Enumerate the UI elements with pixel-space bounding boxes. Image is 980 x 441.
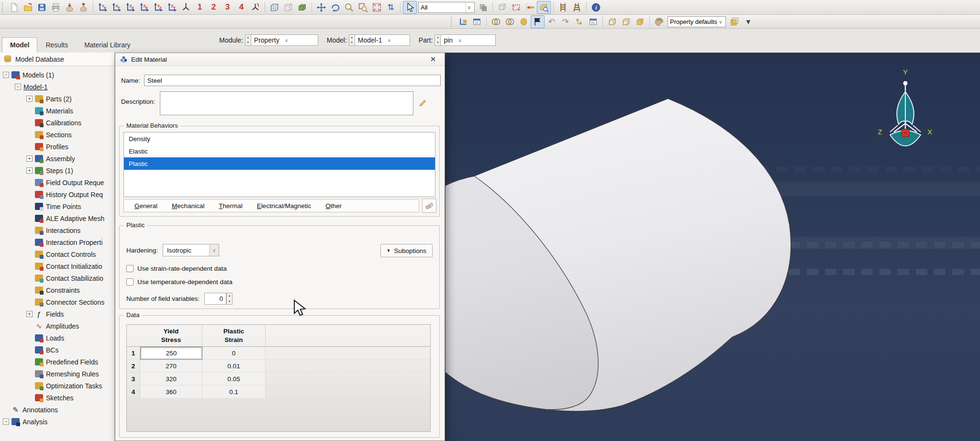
table-cell[interactable]: 0.01: [202, 360, 266, 373]
tree-item-optimization-tasks[interactable]: Optimization Tasks: [0, 380, 114, 392]
right-view-icon[interactable]: ZY: [165, 1, 179, 14]
new-model-icon[interactable]: [7, 1, 21, 14]
rotate-tool-icon[interactable]: [328, 1, 342, 14]
auto-fit-icon[interactable]: [370, 1, 384, 14]
behavior-item-elastic[interactable]: Elastic: [124, 145, 435, 157]
tree-item-time-points[interactable]: Time Points: [0, 200, 114, 212]
model-database-header[interactable]: Model Database: [0, 53, 114, 66]
suboptions-button[interactable]: ▼ Suboptions: [380, 244, 433, 257]
pan-view-icon[interactable]: [314, 1, 328, 14]
table-cell[interactable]: 250: [140, 347, 202, 360]
magnify-icon[interactable]: [342, 1, 356, 14]
expand-icon[interactable]: +: [26, 167, 33, 174]
part-combo[interactable]: ▲▼ pin∨: [434, 34, 496, 46]
wire-box-icon[interactable]: [605, 15, 619, 28]
color-options-caret[interactable]: ▾: [741, 15, 755, 28]
color-palette-icon[interactable]: [652, 15, 666, 28]
chevron-down-icon[interactable]: ∨: [456, 35, 464, 45]
model-combo[interactable]: ▲▼ Model-1∨: [349, 34, 410, 46]
behavior-menu-electrical-magnetic[interactable]: Electrical/Magnetic: [257, 202, 311, 209]
shaded-box-icon[interactable]: [633, 15, 647, 28]
bottom-view-icon[interactable]: ZX: [137, 1, 151, 14]
vertex-tool-icon[interactable]: [572, 15, 586, 28]
expand-icon[interactable]: +: [26, 96, 33, 102]
redo-icon[interactable]: ↷: [558, 15, 572, 28]
selection-filter-select[interactable]: All∨: [418, 2, 475, 13]
behavior-menu-general[interactable]: General: [134, 202, 157, 209]
field-variables-input[interactable]: 0: [204, 293, 226, 305]
tree-item-annotations[interactable]: ✎Annotations: [0, 404, 114, 416]
tree-item-loads[interactable]: Loads: [0, 332, 114, 344]
intersect-rings-icon[interactable]: [503, 15, 517, 28]
name-input[interactable]: Steel: [144, 75, 441, 86]
flag-tool-icon[interactable]: [531, 15, 545, 28]
cycle-views-icon[interactable]: ⇅: [384, 1, 398, 14]
toolbar-handle[interactable]: [451, 16, 454, 27]
chevron-down-icon[interactable]: ∨: [385, 35, 393, 45]
save-icon[interactable]: [35, 1, 49, 14]
material-behaviors-list[interactable]: DensityElasticPlastic: [123, 132, 435, 197]
saved-view-4-icon[interactable]: 4: [234, 1, 248, 14]
behavior-item-density[interactable]: Density: [124, 132, 435, 145]
tree-item-remeshing-rules[interactable]: Remeshing Rules: [0, 368, 114, 380]
table-cell[interactable]: 270: [140, 360, 202, 373]
strain-rate-checkbox[interactable]: [126, 265, 134, 272]
edit-description-pencil-icon[interactable]: [418, 98, 428, 109]
chevron-down-icon[interactable]: ∨: [282, 35, 291, 45]
tree-item-ale-adaptive-mesh[interactable]: ALE Adaptive Mesh: [0, 212, 114, 224]
tree-item-interaction-properti[interactable]: Interaction Properti: [0, 236, 114, 248]
top-view-icon[interactable]: ZX: [123, 1, 137, 14]
saved-view-2-icon[interactable]: 2: [207, 1, 221, 14]
front-view-icon[interactable]: YX: [96, 1, 110, 14]
table-cell[interactable]: 0.1: [202, 386, 266, 398]
chevron-down-icon[interactable]: ∨: [466, 2, 472, 12]
tree-item-steps-1-[interactable]: +Steps (1): [0, 165, 114, 176]
tree-item-contact-stabilizatio[interactable]: Contact Stabilizatio: [0, 272, 114, 284]
module-combo[interactable]: ▲▼ Property∨: [245, 34, 318, 46]
tree-item-fields[interactable]: +ƒFields: [0, 308, 114, 320]
collapse-icon[interactable]: −: [3, 419, 9, 425]
manager-window-icon[interactable]: [470, 15, 484, 28]
tree-item-assembly[interactable]: +Assembly: [0, 153, 114, 165]
hardening-select[interactable]: Isotropic ∨: [163, 244, 219, 256]
saved-view-3-icon[interactable]: 3: [221, 1, 234, 14]
help-info-icon[interactable]: [589, 1, 603, 14]
print-icon[interactable]: [49, 1, 63, 14]
render-profiles-icon[interactable]: [537, 1, 551, 14]
viewport[interactable]: Y Z X: [445, 53, 980, 441]
open-icon[interactable]: [21, 1, 35, 14]
drag-box-icon[interactable]: [509, 1, 523, 14]
tree-item-contact-controls[interactable]: Contact Controls: [0, 248, 114, 260]
delete-behavior-button[interactable]: [422, 198, 436, 213]
saved-view-1-icon[interactable]: 1: [193, 1, 207, 14]
tree-item-contact-initializatio[interactable]: Contact Initializatio: [0, 260, 114, 272]
tree-item-sections[interactable]: Sections: [0, 129, 114, 141]
temperature-checkbox[interactable]: [126, 278, 134, 286]
tree-item-connector-sections[interactable]: Connector Sections: [0, 296, 114, 308]
select-cursor-icon[interactable]: [403, 1, 417, 14]
color-apply-icon[interactable]: [727, 15, 741, 28]
iso-view-icon[interactable]: [179, 1, 193, 14]
tree-item-model-1[interactable]: −Model-1: [0, 81, 114, 93]
tree-item-models-1-[interactable]: −Models (1): [0, 69, 114, 81]
dialog-titlebar[interactable]: Edit Material ✕: [115, 53, 445, 66]
query-ladder-icon[interactable]: [556, 1, 570, 14]
tree-item-constraints[interactable]: Constraints: [0, 284, 114, 296]
tree-item-analysis[interactable]: −Analysis: [0, 416, 114, 428]
solid-ellipse-icon[interactable]: [517, 15, 531, 28]
behavior-menu-other[interactable]: Other: [325, 202, 342, 209]
table-cell[interactable]: 320: [140, 373, 202, 386]
solid-box-icon[interactable]: [619, 15, 633, 28]
table-cell[interactable]: 0.05: [202, 373, 266, 386]
plastic-data-table[interactable]: YieldStressPlasticStrain1250022700.01332…: [126, 324, 431, 432]
behavior-menu-mechanical[interactable]: Mechanical: [172, 202, 204, 209]
wireframe-render-icon[interactable]: [267, 1, 281, 14]
tree-item-profiles[interactable]: Profiles: [0, 141, 114, 153]
box-zoom-icon[interactable]: [356, 1, 370, 14]
color-code-select[interactable]: Property defaults∨: [668, 16, 726, 27]
undo-icon[interactable]: ↶: [545, 15, 558, 28]
behavior-menu-thermal[interactable]: Thermal: [219, 202, 243, 209]
tree-item-interactions[interactable]: Interactions: [0, 224, 114, 236]
behavior-item-plastic[interactable]: Plastic: [124, 157, 435, 170]
perspective-box-icon[interactable]: [495, 1, 509, 14]
